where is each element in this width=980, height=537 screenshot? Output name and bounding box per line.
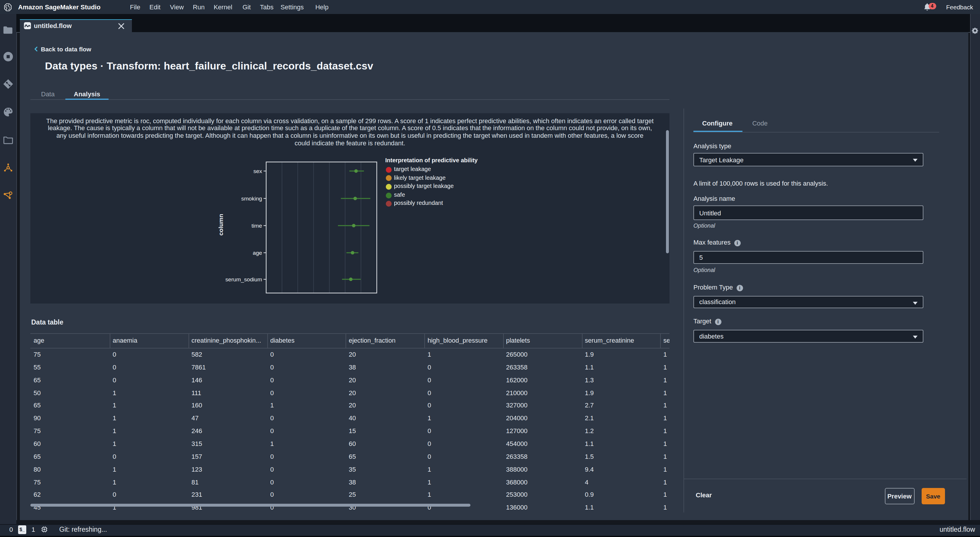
- svg-text:time: time: [251, 223, 262, 229]
- svg-text:column: column: [218, 214, 224, 236]
- svg-text:age: age: [253, 250, 262, 256]
- svg-text:serum_sodium: serum_sodium: [225, 276, 262, 283]
- svg-text:smoking: smoking: [241, 195, 262, 202]
- svg-text:sex: sex: [253, 168, 262, 174]
